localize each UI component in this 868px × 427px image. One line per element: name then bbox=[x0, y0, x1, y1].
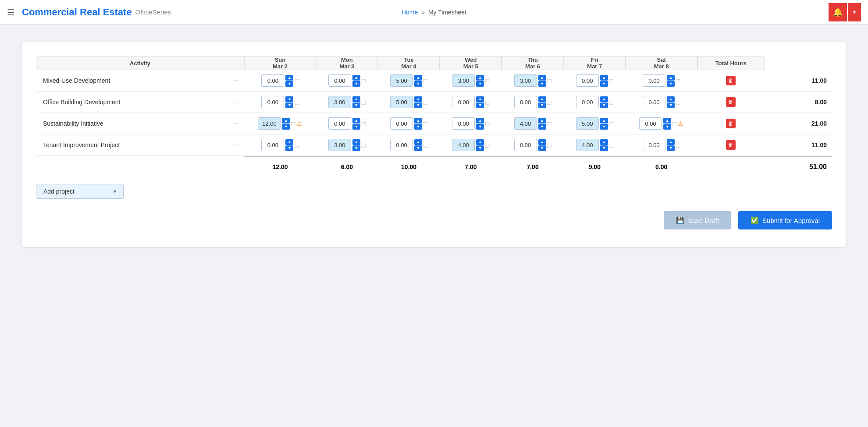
comment-icon[interactable]: □ bbox=[676, 99, 680, 106]
spin-down-button[interactable]: ▼ bbox=[352, 145, 360, 151]
spin-up-button[interactable]: ▲ bbox=[667, 75, 675, 81]
hour-input[interactable] bbox=[514, 96, 537, 108]
comment-icon[interactable]: □ bbox=[423, 120, 427, 127]
spin-down-button[interactable]: ▼ bbox=[600, 145, 608, 151]
spin-up-button[interactable]: ▲ bbox=[600, 96, 608, 102]
spin-down-button[interactable]: ▼ bbox=[538, 81, 546, 87]
comment-icon[interactable]: □ bbox=[676, 77, 680, 85]
comment-icon[interactable]: □ bbox=[548, 99, 551, 106]
spin-down-button[interactable]: ▼ bbox=[476, 124, 484, 130]
spin-down-button[interactable]: ▼ bbox=[476, 145, 484, 151]
comment-icon[interactable]: □ bbox=[423, 99, 427, 106]
spin-down-button[interactable]: ▼ bbox=[352, 102, 360, 108]
hour-input[interactable] bbox=[261, 96, 284, 108]
user-dropdown-button[interactable]: ▾ bbox=[848, 3, 861, 21]
add-project-button[interactable]: Add project ▾ bbox=[36, 184, 124, 199]
spin-up-button[interactable]: ▲ bbox=[667, 96, 675, 102]
hour-input[interactable] bbox=[452, 139, 475, 151]
comment-icon[interactable]: □ bbox=[485, 99, 489, 106]
comment-icon[interactable]: □ bbox=[609, 120, 613, 127]
comment-icon[interactable]: □ bbox=[485, 77, 489, 85]
delete-row-button[interactable]: 🗑 bbox=[726, 97, 736, 107]
hour-input[interactable] bbox=[258, 117, 281, 130]
spin-up-button[interactable]: ▲ bbox=[414, 139, 422, 145]
row-options-button[interactable]: ··· bbox=[231, 98, 241, 106]
comment-icon[interactable]: □ bbox=[609, 77, 613, 85]
spin-up-button[interactable]: ▲ bbox=[538, 96, 546, 102]
menu-icon[interactable]: ☰ bbox=[7, 7, 15, 18]
spin-down-button[interactable]: ▼ bbox=[476, 81, 484, 87]
spin-up-button[interactable]: ▲ bbox=[600, 118, 608, 124]
spin-up-button[interactable]: ▲ bbox=[663, 118, 671, 124]
hour-input[interactable] bbox=[576, 96, 599, 108]
comment-icon[interactable]: □ bbox=[609, 141, 613, 149]
comment-icon[interactable]: □ bbox=[291, 120, 295, 127]
comment-icon[interactable]: □ bbox=[676, 141, 680, 149]
comment-icon[interactable]: □ bbox=[295, 77, 299, 85]
spin-down-button[interactable]: ▼ bbox=[538, 102, 546, 108]
spin-up-button[interactable]: ▲ bbox=[352, 96, 360, 102]
hour-input[interactable] bbox=[643, 139, 665, 151]
spin-up-button[interactable]: ▲ bbox=[538, 139, 546, 145]
comment-icon[interactable]: □ bbox=[362, 99, 366, 106]
hour-input[interactable] bbox=[576, 117, 599, 130]
hour-input[interactable] bbox=[639, 117, 662, 130]
hour-input[interactable] bbox=[514, 117, 537, 130]
hour-input[interactable] bbox=[390, 96, 413, 108]
spin-down-button[interactable]: ▼ bbox=[667, 145, 675, 151]
spin-down-button[interactable]: ▼ bbox=[600, 81, 608, 87]
comment-icon[interactable]: □ bbox=[362, 141, 366, 149]
comment-icon[interactable]: □ bbox=[295, 99, 299, 106]
spin-down-button[interactable]: ▼ bbox=[414, 124, 422, 130]
spin-down-button[interactable]: ▼ bbox=[600, 124, 608, 130]
spin-up-button[interactable]: ▲ bbox=[352, 139, 360, 145]
spin-down-button[interactable]: ▼ bbox=[285, 145, 293, 151]
hour-input[interactable] bbox=[328, 96, 351, 108]
hour-input[interactable] bbox=[576, 139, 599, 151]
spin-up-button[interactable]: ▲ bbox=[476, 75, 484, 81]
spin-up-button[interactable]: ▲ bbox=[285, 96, 293, 102]
comment-icon[interactable]: □ bbox=[485, 141, 489, 149]
delete-row-button[interactable]: 🗑 bbox=[726, 119, 736, 128]
spin-down-button[interactable]: ▼ bbox=[352, 124, 360, 130]
spin-up-button[interactable]: ▲ bbox=[414, 75, 422, 81]
spin-down-button[interactable]: ▼ bbox=[538, 145, 546, 151]
delete-row-button[interactable]: 🗑 bbox=[726, 140, 736, 150]
spin-down-button[interactable]: ▼ bbox=[285, 81, 293, 87]
comment-icon[interactable]: □ bbox=[609, 99, 613, 106]
spin-down-button[interactable]: ▼ bbox=[667, 81, 675, 87]
spin-up-button[interactable]: ▲ bbox=[476, 139, 484, 145]
hour-input[interactable] bbox=[328, 139, 351, 151]
hour-input[interactable] bbox=[261, 139, 284, 151]
spin-down-button[interactable]: ▼ bbox=[600, 102, 608, 108]
comment-icon[interactable]: □ bbox=[548, 120, 551, 127]
spin-up-button[interactable]: ▲ bbox=[476, 118, 484, 124]
bell-button[interactable]: 🔔 bbox=[829, 3, 847, 21]
spin-up-button[interactable]: ▲ bbox=[476, 96, 484, 102]
spin-down-button[interactable]: ▼ bbox=[663, 124, 671, 130]
submit-approval-button[interactable]: ✅ Submit for Approval bbox=[738, 211, 832, 229]
spin-up-button[interactable]: ▲ bbox=[600, 139, 608, 145]
spin-up-button[interactable]: ▲ bbox=[600, 75, 608, 81]
spin-down-button[interactable]: ▼ bbox=[414, 102, 422, 108]
hour-input[interactable] bbox=[514, 74, 537, 87]
spin-up-button[interactable]: ▲ bbox=[352, 118, 360, 124]
spin-down-button[interactable]: ▼ bbox=[285, 102, 293, 108]
spin-up-button[interactable]: ▲ bbox=[538, 75, 546, 81]
comment-icon[interactable]: □ bbox=[423, 141, 427, 149]
hour-input[interactable] bbox=[390, 117, 413, 130]
save-draft-button[interactable]: 💾 Save Draft bbox=[664, 211, 731, 229]
hour-input[interactable] bbox=[390, 74, 413, 87]
hour-input[interactable] bbox=[643, 74, 665, 87]
spin-up-button[interactable]: ▲ bbox=[352, 75, 360, 81]
comment-icon[interactable]: □ bbox=[295, 141, 299, 149]
hour-input[interactable] bbox=[452, 117, 475, 130]
spin-up-button[interactable]: ▲ bbox=[538, 118, 546, 124]
hour-input[interactable] bbox=[576, 74, 599, 87]
spin-down-button[interactable]: ▼ bbox=[476, 102, 484, 108]
delete-row-button[interactable]: 🗑 bbox=[726, 76, 736, 85]
hour-input[interactable] bbox=[514, 139, 537, 151]
spin-up-button[interactable]: ▲ bbox=[285, 139, 293, 145]
spin-down-button[interactable]: ▼ bbox=[414, 81, 422, 87]
hour-input[interactable] bbox=[328, 117, 351, 130]
